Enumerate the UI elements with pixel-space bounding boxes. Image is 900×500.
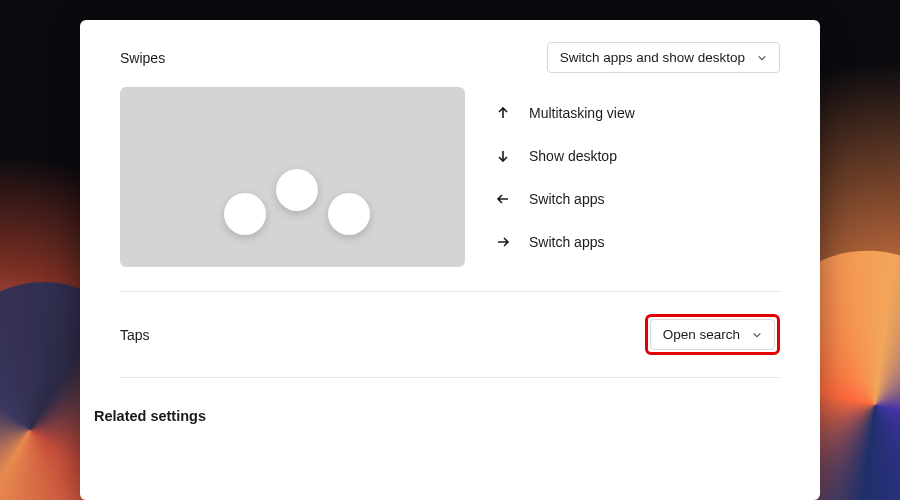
arrow-up-icon <box>495 105 511 121</box>
taps-row: Taps Open search <box>120 292 780 378</box>
arrow-left-icon <box>495 191 511 207</box>
touchpad-preview <box>120 87 465 267</box>
gesture-label: Multitasking view <box>529 105 635 121</box>
swipes-gesture-area: Multitasking view Show desktop Switch ap… <box>120 87 780 292</box>
gesture-label: Switch apps <box>529 191 604 207</box>
gesture-right: Switch apps <box>495 234 780 250</box>
finger-dot <box>224 193 266 235</box>
taps-label: Taps <box>120 327 150 343</box>
arrow-right-icon <box>495 234 511 250</box>
finger-dot <box>276 169 318 211</box>
finger-dot <box>328 193 370 235</box>
gesture-left: Switch apps <box>495 191 780 207</box>
settings-window: Swipes Switch apps and show desktop <box>80 20 820 500</box>
gesture-label: Switch apps <box>529 234 604 250</box>
related-settings-heading: Related settings <box>94 408 780 424</box>
gesture-down: Show desktop <box>495 148 780 164</box>
swipes-dropdown-value: Switch apps and show desktop <box>560 50 745 65</box>
taps-highlight: Open search <box>645 314 780 355</box>
swipes-dropdown[interactable]: Switch apps and show desktop <box>547 42 780 73</box>
swipes-row: Swipes Switch apps and show desktop <box>120 20 780 87</box>
chevron-down-icon <box>757 53 767 63</box>
chevron-down-icon <box>752 330 762 340</box>
settings-content: Swipes Switch apps and show desktop <box>80 20 820 424</box>
taps-dropdown[interactable]: Open search <box>650 319 775 350</box>
arrow-down-icon <box>495 148 511 164</box>
swipes-label: Swipes <box>120 50 165 66</box>
taps-dropdown-value: Open search <box>663 327 740 342</box>
gesture-list: Multitasking view Show desktop Switch ap… <box>495 87 780 267</box>
gesture-label: Show desktop <box>529 148 617 164</box>
gesture-up: Multitasking view <box>495 105 780 121</box>
